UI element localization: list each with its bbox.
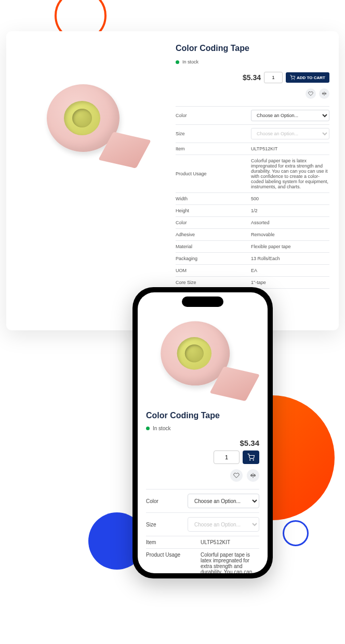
decorative-ring-blue xyxy=(283,520,309,546)
spec-label: Adhesive xyxy=(176,232,251,237)
spec-label: UOM xyxy=(176,268,251,273)
product-title: Color Coding Tape xyxy=(176,44,329,53)
spec-row: ItemULTP512KIT xyxy=(176,143,329,154)
product-price-mobile: $5.34 xyxy=(146,439,259,447)
tape-illustration xyxy=(44,80,138,163)
spec-value: Assorted xyxy=(251,220,329,225)
desktop-product-card: Color Coding Tape In stock $5.34 ADD TO … xyxy=(6,31,339,330)
compare-icon xyxy=(250,472,256,479)
spec-label: Height xyxy=(176,208,251,213)
heart-icon xyxy=(233,472,240,479)
compare-button-mobile[interactable] xyxy=(247,469,259,482)
cart-icon xyxy=(290,75,295,80)
spec-row: MaterialFlexible paper tape xyxy=(176,240,329,252)
color-select[interactable]: Choose an Option... xyxy=(251,110,329,121)
spec-value: Flexible paper tape xyxy=(251,244,329,249)
spec-label: Width xyxy=(176,196,251,201)
svg-point-3 xyxy=(253,460,254,460)
compare-icon xyxy=(322,91,327,96)
spec-row: Width500 xyxy=(176,192,329,204)
wishlist-button-mobile[interactable] xyxy=(230,469,243,482)
stock-label: In stock xyxy=(182,59,198,65)
svg-point-2 xyxy=(250,460,250,460)
product-image-mobile xyxy=(146,310,259,404)
svg-point-0 xyxy=(291,79,292,80)
spec-value: ULTP512KIT xyxy=(251,146,329,151)
spec-value: 1/2 xyxy=(251,208,329,213)
svg-point-1 xyxy=(294,79,295,80)
spec-label: Item xyxy=(176,146,251,151)
spec-row: ItemULTP512KIT xyxy=(146,536,259,548)
spec-label: Material xyxy=(176,244,251,249)
spec-row: UOMEA xyxy=(176,264,329,276)
phone-notch xyxy=(182,297,223,307)
spec-row: Product UsageColorful paper tape is late… xyxy=(176,154,329,192)
spec-row: Height1/2 xyxy=(176,204,329,216)
spec-value: ULTP512KIT xyxy=(201,539,259,545)
spec-value: 1"-tape xyxy=(251,280,329,285)
spec-label: Item xyxy=(146,539,201,545)
phone-mockup: Color Coding Tape In stock $5.34 xyxy=(132,287,273,578)
stock-dot-icon xyxy=(176,60,179,64)
spec-label: Product Usage xyxy=(176,171,251,176)
size-select[interactable]: Choose an Option... xyxy=(251,128,329,139)
size-option-label: Size xyxy=(176,131,251,136)
spec-label: Color xyxy=(176,220,251,225)
size-option-label-mobile: Size xyxy=(146,522,188,527)
spec-label: Product Usage xyxy=(146,552,201,573)
stock-status: In stock xyxy=(176,59,329,65)
spec-row: ColorAssorted xyxy=(176,216,329,228)
spec-label: Core Size xyxy=(176,280,251,285)
color-option-label: Color xyxy=(176,113,251,118)
compare-button[interactable] xyxy=(319,88,329,99)
stock-status-mobile: In stock xyxy=(146,426,259,431)
product-image xyxy=(16,44,166,200)
spec-value: Colorful paper tape is latex impregnated… xyxy=(201,552,259,573)
spec-value: 13 Rolls/Each xyxy=(251,256,329,261)
cart-icon xyxy=(247,454,255,461)
stock-dot-icon xyxy=(146,427,150,430)
stock-label: In stock xyxy=(153,426,170,431)
wishlist-button[interactable] xyxy=(306,88,316,99)
size-select-mobile[interactable]: Choose an Option... xyxy=(188,517,259,532)
quantity-input[interactable] xyxy=(264,72,283,83)
product-price: $5.34 xyxy=(243,73,261,82)
spec-row: AdhesiveRemovable xyxy=(176,228,329,240)
add-to-cart-label: ADD TO CART xyxy=(297,75,325,80)
product-title-mobile: Color Coding Tape xyxy=(146,411,259,420)
color-select-mobile[interactable]: Choose an Option... xyxy=(188,494,259,508)
spec-value: Removable xyxy=(251,232,329,237)
add-to-cart-button[interactable]: ADD TO CART xyxy=(286,72,329,83)
tape-illustration xyxy=(158,317,247,396)
quantity-input-mobile[interactable] xyxy=(214,450,240,464)
spec-row: Packaging13 Rolls/Each xyxy=(176,252,329,264)
add-to-cart-button-mobile[interactable] xyxy=(243,450,259,464)
spec-label: Packaging xyxy=(176,256,251,261)
spec-value: Colorful paper tape is latex impregnated… xyxy=(251,158,329,189)
spec-value: 500 xyxy=(251,196,329,201)
spec-row: Product UsageColorful paper tape is late… xyxy=(146,548,259,573)
color-option-label-mobile: Color xyxy=(146,498,188,504)
spec-value: EA xyxy=(251,268,329,273)
heart-icon xyxy=(308,91,313,96)
